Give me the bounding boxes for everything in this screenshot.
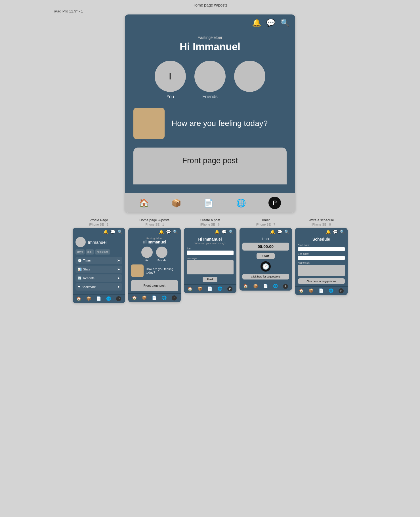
pnav-home-profile[interactable]: 🏠 — [76, 296, 81, 301]
pnav-home-schedule[interactable]: 🏠 — [299, 288, 304, 293]
phone-bell-icon-create[interactable]: 🔔 — [215, 230, 219, 234]
menu-item-stats[interactable]: 📊 Stats ➤ — [75, 266, 122, 273]
phone-col-create: Create a post iPhone SE - 6 🔔 💬 🔍 Hi Imm… — [182, 218, 238, 303]
create-message-label: message: — [187, 257, 234, 260]
phone-bell-icon-timer[interactable]: 🔔 — [270, 230, 275, 234]
pnav-globe-home[interactable]: 🌐 — [162, 295, 167, 300]
phone-col-profile: Profile Page iPhone SE - 2 🔔 💬 🔍 Immanue… — [71, 218, 127, 303]
menu-arrow-stats: ➤ — [117, 267, 120, 271]
avatar-friends[interactable]: Friends — [194, 61, 226, 99]
timer-start-button[interactable]: Start — [257, 253, 274, 259]
pnav-doc-create[interactable]: 📄 — [207, 286, 212, 291]
menu-label-stats: 📊 Stats — [78, 268, 90, 271]
profile-name-row: Immanuel — [75, 237, 122, 247]
phone-msg-icon-profile[interactable]: 💬 — [110, 230, 115, 234]
menu-item-recents[interactable]: 🔄 Recents ➤ — [75, 274, 122, 282]
phone-body-timer: timer 00:00:00 Start 🕐 Click here for su… — [240, 235, 292, 282]
schedule-suggestions-button[interactable]: Click here for suggestions — [298, 278, 345, 284]
messenger-icon[interactable]: 💬 — [266, 18, 275, 27]
create-title-input[interactable] — [187, 251, 234, 255]
post-card[interactable]: Front page post — [133, 148, 287, 184]
nav-doc-icon[interactable]: 📄 — [204, 198, 214, 208]
phone-label-home: Home page w/posts — [139, 218, 169, 222]
create-message-textarea[interactable] — [187, 260, 234, 274]
phone-msg-icon-home[interactable]: 💬 — [166, 230, 171, 234]
pnav-globe-timer[interactable]: 🌐 — [273, 284, 278, 289]
pnav-p-timer[interactable]: P — [283, 284, 288, 289]
phone-label-profile: Profile Page — [89, 218, 108, 222]
phone-nav-profile: 🏠 📦 📄 🌐 P — [73, 294, 125, 303]
phone-header-profile: 🔔 💬 🔍 — [73, 228, 125, 235]
pnav-box-create[interactable]: 📦 — [198, 286, 202, 291]
phone-frame-create: 🔔 💬 🔍 Hi Immanuel Whats on your mind tod… — [184, 228, 236, 293]
phone-body-schedule: Schedule Start date: End date: Not to se… — [295, 235, 348, 286]
ipad-body: FastingHelper Hi Immanuel I You Friends — [125, 30, 295, 193]
schedule-start-input[interactable] — [298, 247, 345, 251]
bell-icon[interactable]: 🔔 — [252, 18, 261, 27]
post-card-title: Front page post — [139, 156, 281, 165]
phone-bell-icon-profile[interactable]: 🔔 — [103, 230, 108, 234]
pnav-globe-profile[interactable]: 🌐 — [106, 296, 111, 301]
home-avatar-friends[interactable]: Friends — [156, 247, 167, 262]
menu-item-timer[interactable]: 🕐 Timer ➤ — [75, 257, 122, 264]
pnav-home-home[interactable]: 🏠 — [132, 295, 137, 300]
pnav-doc-timer[interactable]: 📄 — [263, 284, 268, 289]
home-post-card[interactable]: Front page post — [131, 280, 178, 291]
phone-nav-schedule: 🏠 📦 📄 🌐 P — [295, 286, 348, 295]
pnav-box-home[interactable]: 📦 — [142, 295, 147, 300]
phone-search-icon-profile[interactable]: 🔍 — [117, 230, 122, 234]
pnav-p-profile[interactable]: P — [116, 296, 121, 301]
phone-msg-icon-create[interactable]: 💬 — [222, 230, 226, 234]
pnav-doc-home[interactable]: 📄 — [152, 295, 157, 300]
nav-home-icon[interactable]: 🏠 — [139, 198, 149, 208]
avatar-you[interactable]: I You — [155, 61, 186, 99]
pnav-globe-schedule[interactable]: 🌐 — [329, 288, 333, 293]
home-app-subtitle: FastingHelper — [131, 237, 178, 240]
profile-name: Immanuel — [88, 240, 107, 245]
pnav-globe-create[interactable]: 🌐 — [217, 286, 222, 291]
stat-milestone-btn[interactable]: milest one — [95, 249, 110, 255]
pnav-home-timer[interactable]: 🏠 — [243, 284, 248, 289]
pnav-doc-schedule[interactable]: 📄 — [319, 288, 324, 293]
phone-search-icon-timer[interactable]: 🔍 — [284, 230, 289, 234]
menu-item-bookmark[interactable]: ❤ Bookmark ➤ — [75, 283, 122, 291]
pnav-doc-profile[interactable]: 📄 — [96, 296, 101, 301]
stat-min-btn[interactable]: min. — [86, 249, 94, 255]
home-feeling-row: How are you feeling today? — [131, 264, 178, 277]
home-label-friends: Friends — [158, 259, 166, 262]
home-post-title: Front page post — [143, 284, 165, 287]
schedule-end-input[interactable] — [298, 256, 345, 260]
pnav-box-schedule[interactable]: 📦 — [309, 288, 314, 293]
menu-arrow-bookmark: ➤ — [117, 285, 120, 289]
ipad-header: 🔔 💬 🔍 — [125, 14, 295, 30]
pnav-box-profile[interactable]: 📦 — [86, 296, 91, 301]
pnav-p-home[interactable]: P — [172, 295, 177, 300]
feeling-row: How are you feeling today? — [133, 108, 287, 139]
pnav-box-timer[interactable]: 📦 — [253, 284, 258, 289]
phone-search-icon-home[interactable]: 🔍 — [173, 230, 178, 234]
timer-suggestions-button[interactable]: Click here for suggestions — [242, 274, 289, 279]
phone-search-icon-create[interactable]: 🔍 — [229, 230, 234, 234]
home-avatar-you[interactable]: I You — [141, 247, 153, 262]
avatar-extra[interactable] — [234, 61, 265, 99]
schedule-note-textarea[interactable] — [298, 265, 345, 276]
feeling-text: How are you feeling today? — [171, 118, 268, 129]
phone-bell-icon-schedule[interactable]: 🔔 — [326, 230, 331, 234]
pnav-home-create[interactable]: 🏠 — [188, 286, 192, 291]
phone-label-schedule: Write a schedule — [308, 218, 334, 222]
phone-msg-icon-timer[interactable]: 💬 — [277, 230, 282, 234]
pnav-p-schedule[interactable]: P — [339, 288, 344, 293]
phone-msg-icon-schedule[interactable]: 💬 — [333, 230, 338, 234]
pnav-p-create[interactable]: P — [227, 286, 232, 291]
create-post-button[interactable]: Post — [203, 277, 217, 282]
phone-bell-icon-home[interactable]: 🔔 — [159, 230, 164, 234]
nav-parking-icon[interactable]: P — [268, 197, 281, 209]
nav-box-icon[interactable]: 📦 — [171, 198, 181, 208]
stat-days-btn[interactable]: Days — [75, 249, 85, 255]
phone-nav-create: 🏠 📦 📄 🌐 P — [184, 284, 236, 293]
home-feeling-box — [131, 264, 144, 277]
bookmark-icon: ❤ — [78, 285, 80, 289]
search-icon[interactable]: 🔍 — [280, 18, 289, 27]
phone-search-icon-schedule[interactable]: 🔍 — [340, 230, 345, 234]
nav-globe-icon[interactable]: 🌐 — [236, 198, 246, 208]
